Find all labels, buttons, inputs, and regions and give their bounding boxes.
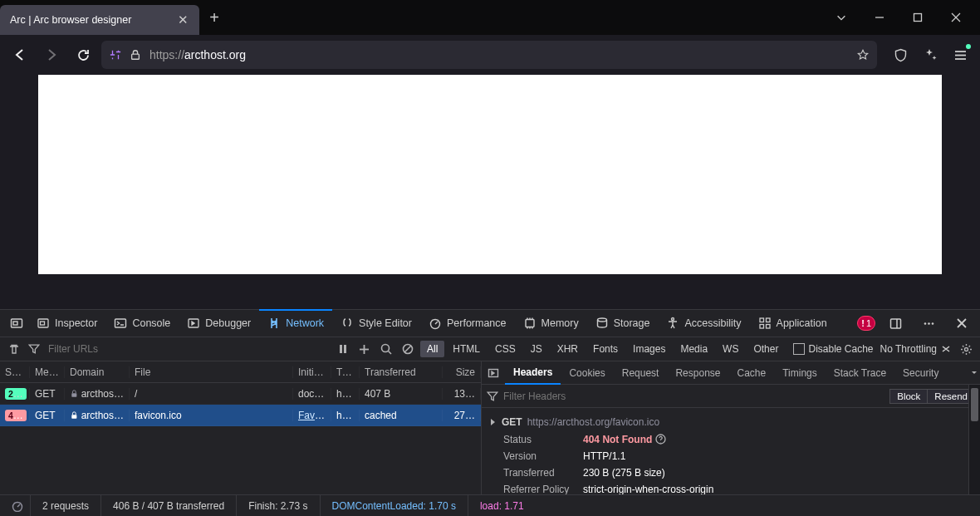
add-icon[interactable]: [355, 336, 374, 362]
svg-point-33: [381, 345, 389, 352]
pause-icon[interactable]: [334, 336, 352, 362]
close-tab-icon[interactable]: ✕: [176, 13, 189, 27]
block-icon[interactable]: [399, 336, 417, 362]
network-status-bar: 2 requests 406 B / 407 B transferred Fin…: [0, 494, 980, 516]
table-row[interactable]: 200GETarcthos…/docu…ht…407 B13…: [0, 383, 481, 405]
notification-dot-icon: [966, 44, 971, 49]
svg-rect-30: [344, 345, 346, 353]
funnel-icon[interactable]: [28, 343, 40, 355]
devtools-tab-memory[interactable]: Memory: [515, 310, 587, 337]
headers-body: GET https://arcthost.org/favicon.ico Sta…: [482, 408, 980, 494]
clear-icon[interactable]: [5, 336, 23, 362]
svg-rect-20: [760, 325, 764, 329]
filter-chip-ws[interactable]: WS: [716, 341, 745, 357]
filter-chip-xhr[interactable]: XHR: [551, 341, 585, 357]
settings-gear-icon[interactable]: [957, 336, 975, 362]
network-request-table: Stat… Me… Domain File Initia… Ty… Transf…: [0, 361, 482, 494]
filter-chip-css[interactable]: CSS: [488, 341, 522, 357]
lock-icon[interactable]: [130, 49, 141, 61]
svg-rect-21: [766, 325, 770, 329]
iframe-picker-icon[interactable]: [5, 310, 28, 337]
shield-icon[interactable]: [887, 42, 914, 68]
bookmark-icon[interactable]: [857, 49, 869, 61]
requests-count: 2 requests: [31, 495, 101, 516]
detail-tab-security[interactable]: Security: [894, 361, 947, 385]
tabs-overflow-icon[interactable]: [968, 369, 980, 377]
svg-point-37: [964, 347, 968, 351]
toggle-raw-icon[interactable]: [482, 367, 505, 379]
devtools-tab-style-editor[interactable]: Style Editor: [332, 310, 420, 337]
menu-button[interactable]: [947, 42, 973, 68]
filter-chip-other[interactable]: Other: [747, 341, 785, 357]
filter-chip-images[interactable]: Images: [626, 341, 672, 357]
svg-point-17: [672, 318, 674, 321]
svg-point-25: [928, 322, 930, 325]
filter-chip-media[interactable]: Media: [674, 341, 714, 357]
devtools-tab-debugger[interactable]: Debugger: [179, 310, 259, 337]
request-url-row[interactable]: GET https://arcthost.org/favicon.ico: [488, 413, 973, 431]
devtools-tab-application[interactable]: Application: [750, 310, 835, 337]
table-row[interactable]: 404GETarcthos…favicon.icoFavic…ht…cached…: [0, 405, 481, 426]
disable-cache-checkbox[interactable]: Disable Cache: [793, 343, 873, 355]
devtools-tab-storage[interactable]: Storage: [587, 310, 659, 337]
svg-rect-22: [890, 319, 900, 328]
detail-tab-stack-trace[interactable]: Stack Trace: [826, 361, 894, 385]
svg-rect-10: [38, 319, 48, 327]
reload-button[interactable]: [70, 42, 96, 68]
back-button[interactable]: [7, 42, 33, 68]
throttling-select[interactable]: No Throttling: [877, 343, 953, 355]
filter-headers-input[interactable]: [503, 391, 884, 402]
perf-icon[interactable]: [12, 500, 23, 512]
devtools-tab-accessibility[interactable]: Accessibility: [658, 310, 749, 337]
svg-rect-1: [914, 14, 922, 22]
load-time: load: 1.71: [468, 495, 536, 516]
browser-tab[interactable]: Arc | Arc browser designer ✕: [0, 5, 199, 35]
filter-chip-js[interactable]: JS: [524, 341, 549, 357]
maximize-button[interactable]: [899, 0, 937, 35]
filter-chip-html[interactable]: HTML: [446, 341, 487, 357]
devtools-tab-console[interactable]: Console: [105, 310, 179, 337]
tab-title: Arc | Arc browser designer: [10, 14, 169, 26]
detail-tab-cookies[interactable]: Cookies: [561, 361, 613, 385]
filter-chip-fonts[interactable]: Fonts: [586, 341, 625, 357]
table-header[interactable]: Stat… Me… Domain File Initia… Ty… Transf…: [0, 361, 481, 383]
detail-tab-cache[interactable]: Cache: [728, 361, 774, 385]
svg-rect-29: [340, 345, 342, 353]
search-icon[interactable]: [377, 336, 395, 362]
domcontentloaded-time: DOMContentLoaded: 1.70 s: [321, 495, 468, 516]
close-window-button[interactable]: [937, 0, 975, 35]
request-detail-panel: HeadersCookiesRequestResponseCacheTiming…: [482, 361, 980, 494]
error-badge[interactable]: !1: [857, 316, 875, 331]
detail-tab-timings[interactable]: Timings: [774, 361, 826, 385]
sparkle-icon[interactable]: [917, 42, 943, 68]
close-devtools-icon[interactable]: [948, 310, 975, 337]
devtools-tab-performance[interactable]: Performance: [420, 310, 515, 337]
detail-tabs: HeadersCookiesRequestResponseCacheTiming…: [482, 361, 980, 385]
detail-tab-headers[interactable]: Headers: [505, 361, 561, 385]
dock-side-icon[interactable]: [882, 310, 909, 337]
filter-url-input[interactable]: [45, 340, 321, 358]
extension-icon[interactable]: [110, 49, 121, 61]
svg-rect-15: [526, 320, 534, 327]
forward-button[interactable]: [38, 42, 65, 68]
devtools-tab-network[interactable]: Network: [259, 310, 332, 337]
svg-rect-18: [760, 318, 764, 322]
viewport: InspectorConsoleDebuggerNetworkStyle Edi…: [0, 75, 980, 516]
filter-chip-all[interactable]: All: [420, 341, 444, 357]
transferred-summary: 406 B / 407 B transferred: [101, 495, 237, 516]
scrollbar[interactable]: [968, 385, 980, 494]
devtools-tab-inspector[interactable]: Inspector: [28, 310, 105, 337]
url-text: https://arcthost.org: [149, 48, 849, 61]
url-bar[interactable]: https://arcthost.org: [101, 41, 877, 69]
kebab-icon[interactable]: [915, 310, 942, 337]
block-button[interactable]: Block: [889, 389, 928, 404]
funnel-icon[interactable]: [487, 391, 498, 402]
detail-tab-response[interactable]: Response: [667, 361, 728, 385]
tabs-dropdown-icon[interactable]: [822, 0, 860, 35]
help-icon[interactable]: [655, 434, 666, 445]
minimize-button[interactable]: [860, 0, 899, 35]
svg-line-34: [388, 351, 391, 355]
detail-tab-request[interactable]: Request: [614, 361, 668, 385]
new-tab-button[interactable]: +: [199, 2, 229, 32]
window-controls: [822, 0, 980, 35]
